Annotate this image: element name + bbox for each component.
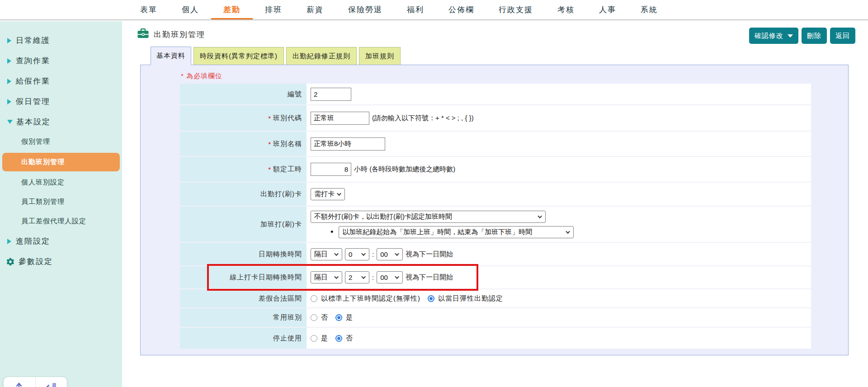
nav-item-payroll[interactable]: 薪資 (294, 0, 336, 19)
form-row-stop-use: 停止使用 是 否 (180, 327, 811, 349)
sidebar-item-leave-type-management[interactable]: 假別管理 (0, 132, 122, 151)
nav-item-welfare[interactable]: 福利 (395, 0, 436, 19)
sidebar-item-label: 假日管理 (16, 96, 50, 107)
sidebar-item-leave-agent-settings[interactable]: 員工差假代理人設定 (0, 212, 122, 231)
chevron-right-icon (7, 38, 11, 43)
tab-time-segments[interactable]: 時段資料(異常判定標準) (193, 47, 284, 65)
chevron-right-icon (7, 99, 11, 104)
form-row-code: * 班別代碼 (請勿輸入以下符號：+ * < > ; , { }) (180, 104, 811, 131)
sidebar-item-daily-maintenance[interactable]: 日常維護 (0, 30, 122, 51)
sidebar-item-parameter-settings[interactable]: 參數設定 (0, 251, 122, 272)
field-label: 常用班別 (180, 308, 307, 327)
rollover-minute-select[interactable]: 00 (377, 248, 403, 260)
required-fields-note: * 為必填欄位 (181, 72, 848, 80)
sidebar-item-basic-settings[interactable]: 基本設定 (0, 112, 122, 132)
chevron-down-icon (538, 214, 542, 218)
tab-overtime-rules[interactable]: 加班規則 (359, 47, 401, 65)
required-asterisk: * (268, 140, 271, 148)
confirm-edit-label: 確認修改 (755, 32, 783, 40)
tab-basic-info[interactable]: 基本資料 (151, 47, 191, 65)
page-title: 出勤班別管理 (154, 29, 205, 40)
form-row-online-rollover: 線上打卡日期轉換時間 隔日 2 : 00 視為下一日開始 (180, 265, 811, 288)
form-row-hours: * 額定工時 小時 (各時段時數加總後之總時數) (180, 156, 811, 182)
field-label: 日期轉換時間 (180, 243, 307, 265)
nav-item-appraisal[interactable]: 考核 (545, 0, 587, 19)
shift-code-input[interactable] (311, 112, 369, 125)
attendance-punch-select[interactable]: 需打卡 (311, 188, 345, 200)
radio-stop-no[interactable] (335, 335, 342, 342)
hours-hint: 小時 (各時段時數加總後之總時數) (354, 165, 455, 174)
overtime-record-select[interactable]: 以加班紀錄起始為「加班上班」時間，結束為「加班下班」時間 (339, 226, 574, 238)
field-label: 加班打(刷)卡 (180, 207, 307, 242)
required-asterisk: * (268, 114, 271, 122)
sidebar-item-label: 參數設定 (19, 256, 53, 267)
upload-button[interactable] (4, 377, 35, 387)
radio-common-no[interactable] (311, 314, 317, 321)
tab-record-correction-rules[interactable]: 出勤紀錄修正規則 (286, 47, 357, 65)
radio-label: 以標準上下班時間認定(無彈性) (321, 294, 420, 303)
confirm-edit-button[interactable]: 確認修改 (749, 28, 798, 44)
rollover-hour-select[interactable]: 0 (345, 248, 369, 260)
online-rollover-hour-select[interactable]: 2 (345, 271, 369, 283)
corner-toolbar (4, 377, 67, 387)
nav-item-system[interactable]: 系統 (628, 0, 670, 19)
overtime-punch-select[interactable]: 不額外打(刷)卡，以出勤打(刷)卡認定加班時間 (311, 211, 546, 223)
gear-icon (6, 257, 15, 266)
field-label: * 額定工時 (180, 157, 307, 182)
sidebar-item-query[interactable]: 查詢作業 (0, 51, 122, 71)
bullet-marker: • (330, 227, 333, 237)
sidebar-item-shift-management[interactable]: 出勤班別管理 (2, 153, 120, 171)
sidebar-item-advanced-settings[interactable]: 進階設定 (0, 231, 122, 251)
header-actions: 確認修改 刪除 返回 (749, 28, 855, 44)
chevron-right-icon (7, 58, 11, 64)
nav-item-admin-support[interactable]: 行政支援 (486, 0, 545, 19)
rated-hours-input[interactable] (311, 163, 351, 176)
nav-item-bulletin[interactable]: 公佈欄 (436, 0, 486, 19)
nav-item-attendance[interactable]: 差勤 (211, 0, 253, 19)
radio-common-yes[interactable] (335, 314, 342, 321)
sidebar-item-label: 基本設定 (16, 117, 51, 127)
nav-item-hr[interactable]: 人事 (587, 0, 628, 19)
form-row-name: * 班別名稱 (180, 131, 811, 156)
chevron-down-icon (361, 274, 366, 279)
form-row-date-rollover: 日期轉換時間 隔日 0 : 00 視為下一日開始 (180, 242, 811, 265)
sidebar-item-holiday-management[interactable]: 假日管理 (0, 91, 122, 112)
shift-form: 編號 * 班別代碼 (請勿輸入以下符號：+ * < > ; , { }) (180, 84, 811, 349)
radio-label: 以當日彈性出勤認定 (438, 294, 503, 303)
chevron-right-icon (7, 79, 11, 84)
nav-item-personal[interactable]: 個人 (170, 0, 211, 19)
sidebar-item-leave-grant[interactable]: 給假作業 (0, 71, 122, 91)
nav-item-scheduling[interactable]: 排班 (253, 0, 294, 19)
form-row-overtime-punch: 加班打(刷)卡 不額外打(刷)卡，以出勤打(刷)卡認定加班時間 • 以加班紀錄起… (180, 206, 811, 242)
upload-icon (13, 380, 26, 387)
chevron-down-icon (395, 274, 399, 279)
online-rollover-day-select[interactable]: 隔日 (311, 271, 342, 283)
collapse-sidebar-button[interactable] (35, 377, 67, 387)
field-label: 差假合法區間 (180, 289, 307, 307)
field-label: 線上打卡日期轉換時間 (180, 266, 307, 288)
sidebar: 日常維護 查詢作業 給假作業 假日管理 基本設定 假別管理 出勤班別管理 個人班… (0, 21, 122, 387)
shift-name-input[interactable] (311, 137, 385, 151)
radio-standard-time[interactable] (311, 295, 317, 302)
rollover-suffix: 視為下一日開始 (406, 250, 453, 259)
radio-flexible-time[interactable] (428, 295, 434, 302)
sidebar-item-employee-category[interactable]: 員工類別管理 (0, 192, 122, 212)
rollover-day-select[interactable]: 隔日 (311, 248, 342, 260)
top-navigation: 表單 個人 差勤 排班 薪資 保險勞退 福利 公佈欄 行政支援 考核 人事 系統 (0, 0, 868, 20)
shift-id-input[interactable] (311, 88, 351, 101)
chevron-down-icon (566, 229, 570, 234)
online-rollover-minute-select[interactable]: 00 (377, 271, 403, 283)
sidebar-item-label: 日常維護 (16, 35, 50, 46)
chevron-down-icon (337, 191, 341, 196)
chevron-down-icon (361, 251, 366, 256)
chevron-down-icon (7, 120, 13, 124)
time-colon: : (372, 250, 374, 258)
back-button[interactable]: 返回 (830, 28, 855, 44)
nav-item-insurance[interactable]: 保險勞退 (336, 0, 395, 19)
nav-item-forms[interactable]: 表單 (128, 0, 170, 19)
sidebar-item-personal-shift-settings[interactable]: 個人班別設定 (0, 173, 122, 192)
field-label: * 班別代碼 (180, 105, 307, 131)
delete-button[interactable]: 刪除 (802, 28, 827, 44)
radio-label: 否 (321, 313, 328, 322)
radio-stop-yes[interactable] (311, 335, 317, 342)
